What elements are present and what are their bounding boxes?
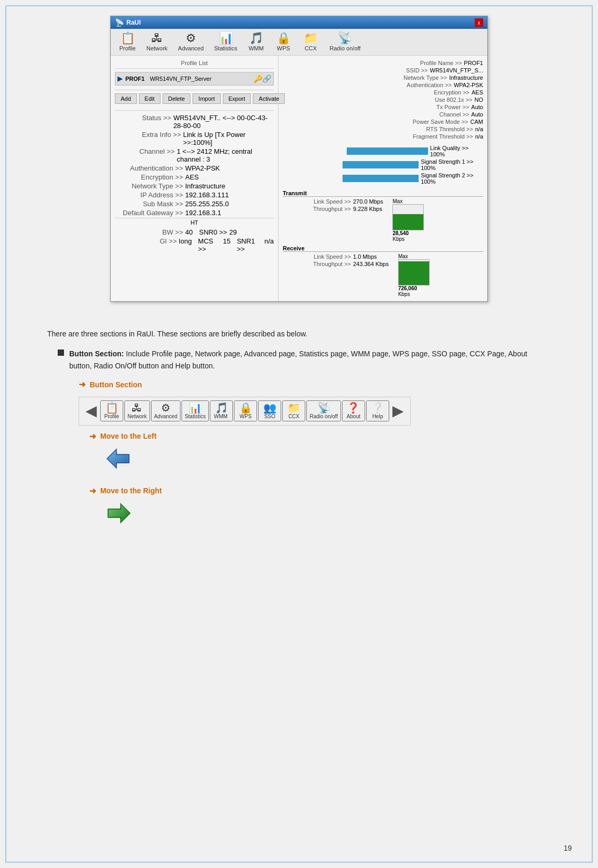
doc-help-icon: ❔ bbox=[371, 403, 384, 413]
toolbar-wmm-btn[interactable]: 🎵 WMM bbox=[243, 31, 269, 53]
nav-right-arrow-icon[interactable]: ▶ bbox=[390, 399, 406, 423]
close-button[interactable]: x bbox=[475, 18, 483, 27]
doc-network-btn[interactable]: 🖧 Network bbox=[124, 400, 150, 421]
move-right-heading: ➜ Move to the Right bbox=[89, 484, 551, 498]
left-panel: Profile List ▶ PROF1 WR514VN_FTP_Server … bbox=[111, 56, 279, 301]
button-section-arrow-label: Button Section bbox=[90, 379, 142, 390]
doc-radio-icon: 📡 bbox=[317, 403, 330, 413]
ht-section: HT bbox=[115, 218, 274, 227]
toolbar-network-label: Network bbox=[146, 45, 167, 51]
snr0-value: 29 bbox=[229, 228, 237, 236]
link-quality-text: Link Quality >> 100% bbox=[430, 145, 483, 157]
extrainfo-value: Link is Up [Tx Power >>:100%] bbox=[183, 131, 274, 146]
rts-label: RTS Threshold >> bbox=[426, 126, 473, 132]
arrow-right-icon-2: ➜ bbox=[89, 430, 96, 443]
nettype-row: Network Type >> Infrastructure bbox=[283, 75, 483, 81]
bw-value: 40 bbox=[185, 228, 193, 236]
doc-ccx-icon: 📁 bbox=[287, 403, 301, 413]
import-button[interactable]: Import bbox=[193, 93, 220, 104]
doc-profile-btn[interactable]: 📋 Profile bbox=[100, 400, 123, 421]
transmit-title: Transmit bbox=[283, 190, 483, 197]
enc-status-value: AES bbox=[185, 173, 199, 181]
profile-server: WR514VN_FTP_Server bbox=[150, 76, 211, 82]
nettype-label: Network Type >> bbox=[115, 182, 183, 190]
doc-wmm-icon: 🎵 bbox=[215, 403, 228, 413]
doc-help-btn[interactable]: ❔ Help bbox=[366, 400, 389, 421]
move-left-heading: ➜ Move to the Left bbox=[89, 430, 551, 443]
toolbar-wps-btn[interactable]: 🔒 WPS bbox=[271, 31, 296, 53]
profile-row[interactable]: ▶ PROF1 WR514VN_FTP_Server 🔑🔗 bbox=[115, 72, 274, 86]
8021x-row: Use 802.1x >> NO bbox=[283, 97, 483, 103]
doc-wps-btn[interactable]: 🔒 WPS bbox=[234, 400, 257, 421]
page-number: 19 bbox=[563, 844, 572, 852]
nettype-label2: Network Type >> bbox=[403, 75, 447, 81]
txpower-row: Tx Power >> Auto bbox=[283, 104, 483, 110]
toolbar-network-btn[interactable]: 🖧 Network bbox=[142, 31, 172, 53]
powersave-value: CAM bbox=[471, 119, 483, 125]
doc-network-icon: 🖧 bbox=[132, 403, 142, 413]
profile-status-icons: 🔑🔗 bbox=[253, 75, 271, 83]
snr0-label-text: SNR0 >> bbox=[199, 228, 227, 236]
tx-bar-section: Max 28,540 Kbps bbox=[392, 198, 424, 242]
doc-radio-btn[interactable]: 📡 Radio on/off bbox=[306, 400, 341, 421]
doc-statistics-btn[interactable]: 📊 Statistics bbox=[181, 400, 209, 421]
profile-icon: 📋 bbox=[121, 33, 135, 44]
doc-wmm-btn[interactable]: 🎵 WMM bbox=[210, 400, 233, 421]
doc-advanced-btn[interactable]: ⚙ Advanced bbox=[151, 400, 180, 421]
doc-profile-icon: 📋 bbox=[105, 403, 119, 413]
wps-icon: 🔒 bbox=[276, 33, 291, 44]
profile-name-row: Profile Name >> PROF1 bbox=[283, 60, 483, 66]
doc-about-btn[interactable]: ❓ About bbox=[342, 400, 365, 421]
rts-row: RTS Threshold >> n/a bbox=[283, 126, 483, 132]
gateway-value: 192.168.3.1 bbox=[185, 209, 221, 217]
svg-marker-0 bbox=[107, 449, 129, 468]
profile-list-header: Profile List bbox=[115, 60, 274, 69]
toolbar-radio-btn[interactable]: 📡 Radio on/off bbox=[325, 31, 365, 53]
doc-content: There are three sections in RaUI. These … bbox=[21, 317, 577, 549]
network-icon: 🖧 bbox=[151, 33, 163, 44]
auth-label2: Authentication >> bbox=[407, 82, 452, 88]
rx-bar bbox=[399, 261, 429, 285]
tx-max-label: Max bbox=[392, 198, 424, 204]
status-section: Status >> WR514VN_FT.. <--> 00-0C-43-28-… bbox=[115, 110, 274, 253]
svg-marker-2 bbox=[108, 504, 130, 523]
toolbar-ccx-btn[interactable]: 📁 CCX bbox=[298, 31, 323, 53]
toolbar-statistics-btn[interactable]: 📊 Statistics bbox=[210, 31, 241, 53]
rts-value: n/a bbox=[475, 126, 483, 132]
transmit-section: Transmit Link Speed >> 270.0 Mbps Throug… bbox=[283, 190, 483, 242]
toolbar-profile-btn[interactable]: 📋 Profile bbox=[115, 31, 140, 53]
delete-button[interactable]: Delete bbox=[163, 93, 191, 104]
signal1-bar bbox=[343, 161, 419, 168]
rx-ls-label: Link Speed >> bbox=[283, 253, 351, 260]
signal2-row: Signal Strength 2 >> 100% bbox=[283, 172, 483, 185]
doc-statistics-icon: 📊 bbox=[189, 403, 202, 413]
channel-status-label: Channel >> bbox=[115, 147, 175, 163]
edit-button[interactable]: Edit bbox=[139, 93, 161, 104]
toolbar-wps-label: WPS bbox=[277, 45, 290, 51]
enc-label2: Encryption >> bbox=[434, 89, 469, 96]
statistics-icon: 📊 bbox=[219, 33, 233, 44]
doc-about-icon: ❓ bbox=[347, 403, 360, 413]
rx-bar-unit: Kbps bbox=[398, 291, 430, 297]
doc-sso-label: SSO bbox=[264, 414, 275, 419]
gi-value: long bbox=[179, 237, 192, 253]
pn-value: PROF1 bbox=[464, 60, 483, 66]
export-button[interactable]: Export bbox=[223, 93, 251, 104]
profile-arrow-icon: ▶ bbox=[118, 75, 122, 82]
doc-ccx-btn[interactable]: 📁 CCX bbox=[282, 400, 305, 421]
arrow-right-icon-1: ➜ bbox=[79, 378, 86, 391]
add-button[interactable]: Add bbox=[115, 93, 137, 104]
nettype-value2: Infrastructure bbox=[449, 75, 483, 81]
move-left-arrow-container bbox=[105, 447, 551, 473]
receive-stats: Link Speed >> 1.0 Mbps Throughput >> 243… bbox=[283, 253, 389, 268]
powersave-row: Power Save Mode >> CAM bbox=[283, 119, 483, 125]
toolbar-advanced-btn[interactable]: ⚙ Advanced bbox=[174, 31, 208, 53]
advanced-icon: ⚙ bbox=[186, 33, 196, 44]
doc-sso-btn[interactable]: 👥 SSO bbox=[258, 400, 281, 421]
gateway-label: Default Gateway >> bbox=[115, 209, 183, 217]
nav-left-arrow-icon[interactable]: ◀ bbox=[83, 399, 99, 423]
auth-status-label: Authentication >> bbox=[115, 164, 183, 172]
titlebar: 📡 RaUI x bbox=[111, 16, 487, 29]
rx-ls-value: 1.0 Mbps bbox=[353, 253, 377, 260]
ssid-row: SSID >> WR514VN_FTP_S... bbox=[283, 67, 483, 73]
